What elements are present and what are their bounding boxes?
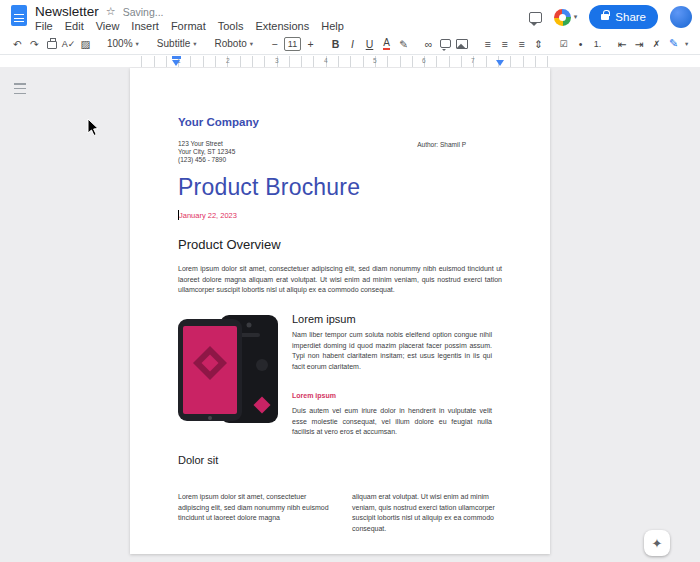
document-title[interactable]: Newsletter xyxy=(35,4,99,19)
menu-format[interactable]: Format xyxy=(171,20,206,32)
address-line[interactable]: 123 Your Street xyxy=(178,140,223,148)
font-size-increase-button[interactable]: + xyxy=(303,35,318,52)
italic-button[interactable]: I xyxy=(345,35,360,52)
section-heading-overview[interactable]: Product Overview xyxy=(178,237,281,252)
redo-button[interactable]: ↷ xyxy=(27,35,42,52)
checklist-button[interactable]: ☑ xyxy=(556,35,571,52)
image-icon xyxy=(456,39,468,49)
menu-insert[interactable]: Insert xyxy=(131,20,159,32)
menu-extensions[interactable]: Extensions xyxy=(255,20,309,32)
phone-illustration xyxy=(178,313,280,425)
chevron-down-icon: ▾ xyxy=(193,40,196,48)
chevron-down-icon: ▾ xyxy=(136,40,139,48)
clear-formatting-button[interactable]: ✗ xyxy=(649,35,664,52)
share-label: Share xyxy=(615,11,646,23)
bulleted-list-button[interactable]: • xyxy=(573,35,588,52)
print-button[interactable] xyxy=(44,35,59,52)
app-header: Newsletter ☆ Saving... File Edit View In… xyxy=(0,0,700,33)
ruler-number: 7 xyxy=(471,57,475,64)
menu-tools[interactable]: Tools xyxy=(218,20,244,32)
style-value: Subtitle xyxy=(157,38,190,49)
text-color-button[interactable]: A xyxy=(379,35,394,52)
author-line[interactable]: Author: Shamil P xyxy=(417,141,466,148)
mouse-cursor xyxy=(86,118,99,137)
menubar: File Edit View Insert Format Tools Exten… xyxy=(35,20,344,32)
ruler-number: 2 xyxy=(226,57,230,64)
chevron-down-icon: ▾ xyxy=(685,40,688,48)
decrease-indent-button[interactable]: ⇤ xyxy=(615,35,630,52)
font-size-input[interactable] xyxy=(284,37,301,51)
line-spacing-button[interactable]: ⇕ xyxy=(531,35,546,52)
font-dropdown[interactable]: Roboto ▾ xyxy=(210,35,257,52)
first-line-indent-marker[interactable] xyxy=(172,56,181,59)
feature-heading[interactable]: Lorem ipsum xyxy=(292,313,356,325)
feature-paragraph-2[interactable]: Duis autem vel eum iriure dolor in hendr… xyxy=(292,406,492,438)
comment-history-icon[interactable] xyxy=(529,12,542,23)
menu-edit[interactable]: Edit xyxy=(65,20,84,32)
align-left-button[interactable]: ≡ xyxy=(480,35,495,52)
numbered-list-button[interactable]: 1. xyxy=(590,35,605,52)
zoom-value: 100% xyxy=(107,38,133,49)
ruler[interactable]: 1 2 3 4 5 6 7 xyxy=(0,56,700,67)
menu-file[interactable]: File xyxy=(35,20,53,32)
overview-paragraph[interactable]: Lorem ipsum dolor sit amet, consectetuer… xyxy=(178,264,502,296)
feature-subheading[interactable]: Lorem ipsum xyxy=(292,392,336,399)
column-2-paragraph[interactable]: aliquam erat volutpat. Ut wisi enim ad m… xyxy=(352,492,505,534)
saving-status: Saving... xyxy=(123,6,164,18)
underline-button[interactable]: U xyxy=(362,35,377,52)
right-indent-marker[interactable] xyxy=(496,60,504,66)
feature-paragraph[interactable]: Nam liber tempor cum soluta nobis eleife… xyxy=(292,330,492,372)
chevron-down-icon: ▾ xyxy=(250,40,253,48)
show-outline-button[interactable] xyxy=(10,79,30,99)
outline-icon xyxy=(14,83,26,95)
toolbar: ↶ ↷ A✓ ▨ 100% ▾ Subtitle ▾ Roboto ▾ − + … xyxy=(0,33,700,55)
section-heading-dolor[interactable]: Dolor sit xyxy=(178,454,218,466)
phone-image[interactable] xyxy=(178,313,280,429)
ruler-number: 4 xyxy=(324,57,328,64)
text-color-icon: A xyxy=(383,38,390,50)
comment-icon xyxy=(440,39,451,48)
document-heading[interactable]: Product Brochure xyxy=(178,174,360,201)
lock-icon xyxy=(601,14,609,20)
explore-button[interactable]: ✦ xyxy=(644,530,670,556)
font-size-decrease-button[interactable]: − xyxy=(267,35,282,52)
print-icon xyxy=(47,41,57,49)
star-icon[interactable]: ☆ xyxy=(106,5,116,18)
styles-dropdown[interactable]: Subtitle ▾ xyxy=(153,35,201,52)
share-button[interactable]: Share xyxy=(589,5,658,29)
chevron-down-icon: ▾ xyxy=(574,13,578,21)
zoom-dropdown[interactable]: 100% ▾ xyxy=(103,35,143,52)
paint-format-button[interactable]: ▨ xyxy=(78,35,93,52)
menu-view[interactable]: View xyxy=(96,20,120,32)
add-comment-button[interactable] xyxy=(438,35,453,52)
company-name[interactable]: Your Company xyxy=(178,116,259,128)
menu-help[interactable]: Help xyxy=(321,20,344,32)
avatar[interactable] xyxy=(670,6,692,28)
ruler-strip xyxy=(130,56,550,67)
editing-mode-button[interactable]: ✎ xyxy=(666,35,681,52)
meet-button[interactable]: ▾ xyxy=(554,9,578,26)
align-center-button[interactable]: ≡ xyxy=(497,35,512,52)
left-indent-marker[interactable] xyxy=(172,60,180,66)
column-1-paragraph[interactable]: Lorem ipsum dolor sit amet, consectetuer… xyxy=(178,492,330,524)
docs-logo-icon[interactable] xyxy=(11,5,27,26)
ruler-number: 3 xyxy=(275,57,279,64)
meet-icon xyxy=(554,9,571,26)
document-canvas: Your Company 123 Your Street Your City, … xyxy=(0,67,700,562)
spellcheck-button[interactable]: A✓ xyxy=(61,35,76,52)
document-page[interactable]: Your Company 123 Your Street Your City, … xyxy=(130,68,550,554)
address-line[interactable]: (123) 456 - 7890 xyxy=(178,156,226,164)
address-line[interactable]: Your City, ST 12345 xyxy=(178,148,235,156)
insert-image-button[interactable] xyxy=(455,35,470,52)
increase-indent-button[interactable]: ⇥ xyxy=(632,35,647,52)
font-value: Roboto xyxy=(214,38,246,49)
date-line[interactable]: January 22, 2023 xyxy=(179,211,237,220)
undo-button[interactable]: ↶ xyxy=(10,35,25,52)
align-right-button[interactable]: ≡ xyxy=(514,35,529,52)
highlight-color-button[interactable]: ✎ xyxy=(396,35,411,52)
insert-link-button[interactable]: ∞ xyxy=(421,35,436,52)
bold-button[interactable]: B xyxy=(328,35,343,52)
ruler-number: 5 xyxy=(373,57,377,64)
ruler-number: 6 xyxy=(422,57,426,64)
explore-icon: ✦ xyxy=(652,536,663,551)
